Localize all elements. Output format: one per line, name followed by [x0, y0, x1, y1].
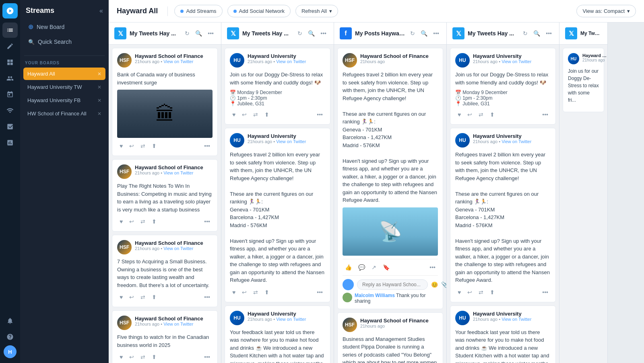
reply-action-p11[interactable]: ↩ [465, 287, 475, 297]
retweet-action-p3[interactable]: ⇄ [138, 292, 148, 302]
view-on-twitter-link-p3[interactable]: View on Twitter [163, 246, 193, 251]
heart-action-p11[interactable]: ♥ [455, 287, 463, 297]
view-on-twitter-link-p11[interactable]: View on Twitter [502, 139, 531, 144]
quick-search-nav-item[interactable]: 🔍 Quick Search [24, 35, 105, 48]
comment-author-p8[interactable]: Malcolm Williams [355, 293, 395, 298]
add-streams-button[interactable]: Add Streams [174, 5, 222, 17]
view-on-twitter-link-p10[interactable]: View on Twitter [502, 59, 531, 64]
bookmark-action-p8[interactable]: 🔖 [380, 263, 392, 272]
refresh-stream-4-icon[interactable]: ↻ [521, 29, 529, 37]
view-on-twitter-link-p7[interactable]: View on Twitter [276, 317, 306, 322]
heart-action-p2[interactable]: ♥ [117, 217, 125, 226]
reply-action-p1[interactable]: ↩ [127, 141, 136, 151]
upload-action-p4[interactable]: ⬆ [149, 352, 159, 362]
streams-nav-icon[interactable] [2, 23, 18, 38]
share-action-p8[interactable]: ↗ [369, 263, 379, 272]
more-action-p2[interactable]: ••• [202, 217, 213, 226]
refresh-stream-2-icon[interactable]: ↻ [296, 29, 304, 37]
retweet-action-p1[interactable]: ⇄ [138, 141, 148, 151]
reply-action-p6[interactable]: ↩ [239, 287, 249, 297]
heart-action-p1[interactable]: ♥ [117, 141, 125, 151]
reply-action-p4[interactable]: ↩ [127, 352, 136, 362]
reply-action-p2[interactable]: ↩ [127, 217, 136, 226]
view-on-twitter-link-p4[interactable]: View on Twitter [163, 322, 193, 326]
add-social-button[interactable]: Add Social Network [227, 5, 291, 17]
comment-action-p8[interactable]: 💬 [356, 263, 367, 272]
upload-action-p5[interactable]: ⬆ [262, 110, 272, 119]
topbar-divider [167, 6, 168, 16]
retweet-action-p4[interactable]: ⇄ [138, 352, 148, 362]
more-action-p8[interactable]: ••• [427, 263, 438, 272]
more-action-p3[interactable]: ••• [202, 292, 213, 302]
compose-nav-icon[interactable] [2, 39, 18, 54]
search-stream-1-icon[interactable]: 🔍 [194, 29, 204, 37]
collapse-button[interactable]: « [99, 7, 103, 14]
heart-action-p3[interactable]: ♥ [117, 292, 125, 302]
new-board-nav-item[interactable]: ⊕ New Board [24, 20, 105, 34]
upload-action-p10[interactable]: ⬆ [487, 110, 497, 119]
emoji-icon-p8[interactable]: 😊 [431, 281, 438, 288]
reply-action-p3[interactable]: ↩ [127, 292, 136, 302]
refresh-all-button[interactable]: Refresh All ▾ [295, 5, 338, 17]
search-stream-3-icon[interactable]: 🔍 [419, 29, 429, 37]
app-logo[interactable] [2, 3, 18, 18]
more-action-p10[interactable]: ••• [540, 110, 551, 119]
retweet-action-p11[interactable]: ⇄ [476, 287, 486, 297]
attachment-icon-p8[interactable]: 📎 [441, 281, 446, 288]
more-action-p11[interactable]: ••• [540, 287, 551, 297]
reply-action-p10[interactable]: ↩ [465, 110, 475, 119]
user-avatar[interactable]: H [4, 345, 17, 358]
calendar-nav-icon[interactable] [2, 87, 18, 102]
search-stream-4-icon[interactable]: 🔍 [532, 29, 542, 37]
view-on-twitter-link-p1[interactable]: View on Twitter [163, 59, 193, 64]
refresh-stream-3-icon[interactable]: ↻ [409, 29, 417, 37]
view-on-twitter-link-p12[interactable]: View on Twitter [502, 317, 531, 322]
upload-action-p1[interactable]: ⬆ [149, 141, 159, 151]
more-stream-1-icon[interactable]: ••• [206, 29, 215, 37]
view-as-button[interactable]: View as: Compact ▾ [576, 5, 636, 17]
close-board-icon[interactable]: ✕ [97, 111, 101, 117]
tasks-nav-icon[interactable] [2, 119, 18, 134]
board-item-hw-school-finance[interactable]: HW School of Finance All ✕ [23, 107, 105, 120]
retweet-action-p6[interactable]: ⇄ [251, 287, 260, 297]
more-stream-3-icon[interactable]: ••• [431, 29, 441, 37]
more-action-p1[interactable]: ••• [202, 141, 213, 151]
like-action-p8[interactable]: 👍 [343, 263, 354, 272]
notifications-nav-icon[interactable] [2, 313, 18, 328]
dashboard-nav-icon[interactable] [2, 55, 18, 70]
heart-action-p5[interactable]: ♥ [230, 110, 238, 119]
more-action-p4[interactable]: ••• [202, 352, 213, 362]
heart-action-p4[interactable]: ♥ [117, 352, 125, 362]
close-board-icon[interactable]: ✕ [97, 71, 101, 77]
board-item-hayward-university-fb[interactable]: Hayward University FB ✕ [23, 94, 105, 107]
close-board-icon[interactable]: ✕ [97, 98, 101, 103]
more-action-p6[interactable]: ••• [314, 287, 325, 297]
upload-action-p2[interactable]: ⬆ [149, 217, 159, 226]
reports-nav-icon[interactable] [2, 135, 18, 150]
more-stream-4-icon[interactable]: ••• [544, 29, 553, 37]
help-nav-icon[interactable] [2, 329, 18, 345]
upload-action-p6[interactable]: ⬆ [262, 287, 272, 297]
view-on-twitter-link-p5[interactable]: View on Twitter [276, 59, 306, 64]
board-item-hayward-university-tw[interactable]: Hayward University TW ✕ [23, 81, 105, 93]
board-item-hayward-all[interactable]: Hayward All ✕ [23, 68, 105, 80]
upload-action-p3[interactable]: ⬆ [149, 292, 159, 302]
more-action-p5[interactable]: ••• [314, 110, 325, 119]
view-on-twitter-link-p2[interactable]: View on Twitter [163, 170, 193, 175]
retweet-action-p5[interactable]: ⇄ [251, 110, 260, 119]
view-on-twitter-link-p6[interactable]: View on Twitter [276, 139, 306, 144]
heart-action-p6[interactable]: ♥ [230, 287, 238, 297]
heart-action-p10[interactable]: ♥ [455, 110, 463, 119]
reply-input-p8[interactable] [357, 279, 428, 290]
refresh-stream-1-icon[interactable]: ↻ [183, 29, 191, 37]
retweet-action-p10[interactable]: ⇄ [476, 110, 486, 119]
stream-header-3: f My Posts Haywar... ↻ 🔍 ••• [334, 23, 446, 45]
more-stream-2-icon[interactable]: ••• [319, 29, 328, 37]
retweet-action-p2[interactable]: ⇄ [138, 217, 148, 226]
search-stream-2-icon[interactable]: 🔍 [306, 29, 316, 37]
upload-action-p11[interactable]: ⬆ [487, 287, 497, 297]
monitoring-nav-icon[interactable] [2, 103, 18, 118]
analytics-nav-icon[interactable] [2, 71, 18, 86]
close-board-icon[interactable]: ✕ [97, 84, 101, 90]
reply-action-p5[interactable]: ↩ [239, 110, 249, 119]
